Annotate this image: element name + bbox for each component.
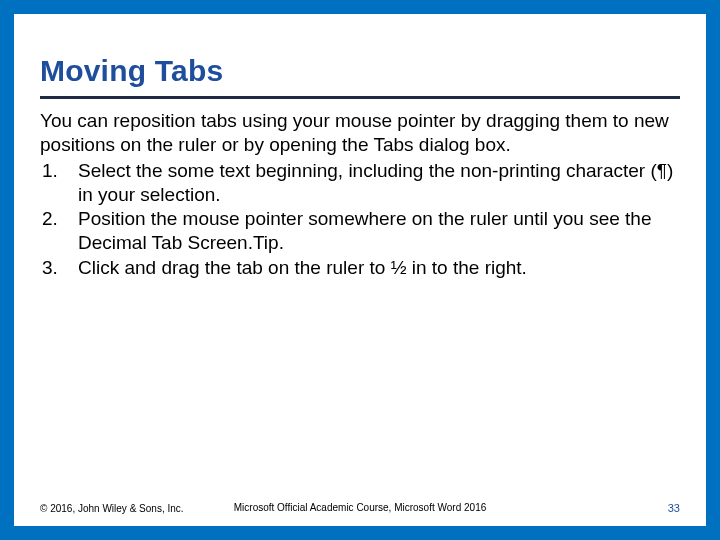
slide-content: Moving Tabs You can reposition tabs usin… [14, 14, 706, 280]
title-underline [40, 96, 680, 99]
step-item: Position the mouse pointer somewhere on … [40, 207, 680, 256]
copyright-text: © 2016, John Wiley & Sons, Inc. [40, 503, 184, 514]
step-item: Click and drag the tab on the ruler to ½… [40, 256, 680, 280]
steps-list: Select the some text beginning, includin… [40, 159, 680, 281]
course-text: Microsoft Official Academic Course, Micr… [234, 502, 487, 513]
slide-footer: © 2016, John Wiley & Sons, Inc. Microsof… [14, 502, 706, 514]
slide-title: Moving Tabs [40, 54, 680, 90]
slide-frame: Moving Tabs You can reposition tabs usin… [0, 0, 720, 540]
intro-paragraph: You can reposition tabs using your mouse… [40, 109, 680, 157]
step-item: Select the some text beginning, includin… [40, 159, 680, 208]
page-number: 33 [668, 502, 680, 514]
